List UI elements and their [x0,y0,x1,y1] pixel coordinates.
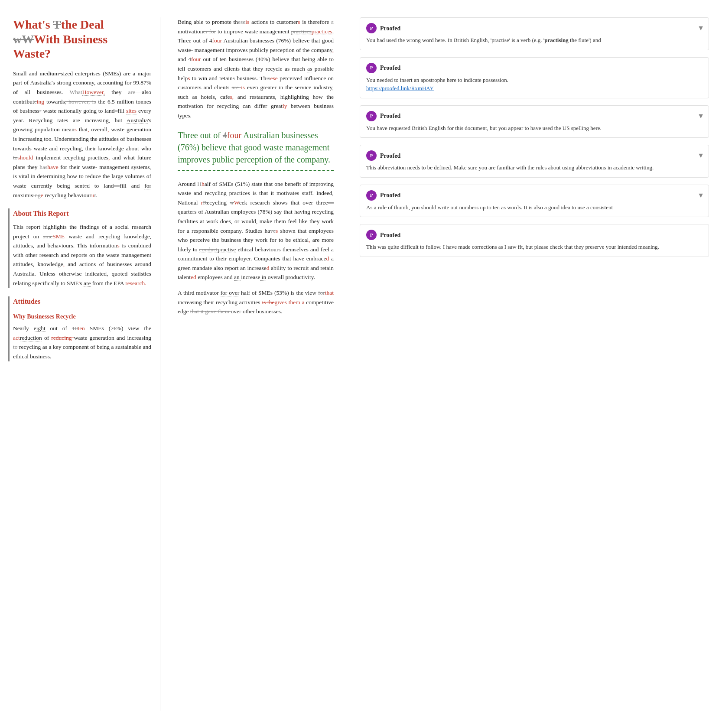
proof-body-4: This abbreviation needs to be defined. M… [366,163,702,172]
main-title: What's Tthe Deal wWWith Business Waste? [13,17,151,61]
proof-arrow-1[interactable]: ▼ [697,23,704,33]
proof-card-4-header: P Proofed [366,150,702,161]
mid-para-3: A third motivator for over half of SMEs … [178,288,334,316]
mid-para-1: Being able to promote theseis actions to… [178,17,334,120]
proof-title-5: Proofed [380,191,400,200]
proof-arrow-4[interactable]: ▼ [697,150,704,161]
pull-quote: Three out of 4four Australian businesses… [178,129,334,171]
about-section: About This Report This report highlights… [8,208,151,288]
page-container: What's Tthe Deal wWWith Business Waste? … [0,0,722,728]
about-heading: About This Report [13,208,151,219]
proof-card-6: P Proofed This was quite difficult to fo… [360,224,709,257]
proof-card-5-header: P Proofed [366,190,702,201]
proof-arrow-3[interactable]: ▼ [697,111,704,121]
proof-card-5: P Proofed As a rule of thumb, you should… [360,185,709,218]
proof-body-3: You have requested British English for t… [366,124,702,133]
proof-card-3-header: P Proofed [366,111,702,121]
proof-card-3: P Proofed You have requested British Eng… [360,105,709,138]
proof-body-2: You needed to insert an apostrophe here … [366,76,702,93]
proof-body-5: As a rule of thumb, you should write out… [366,203,702,212]
proof-link-2[interactable]: https://proofed.link/RxmHAY [366,85,434,91]
proof-avatar-5: P [366,190,377,201]
title-strikethrough-W: W [22,32,34,46]
proof-body-1: You had used the wrong word here. In Bri… [366,36,702,45]
attitudes-section: Attitudes Why Businesses Recycle Nearly … [8,296,151,361]
proof-arrow-5[interactable]: ▼ [697,190,704,201]
right-column: P Proofed You had used the wrong word he… [351,17,709,711]
proof-avatar-1: P [366,23,377,33]
why-businesses-heading: Why Businesses Recycle [13,312,151,321]
intro-paragraph: Small and medium-sized enterprises (SMEs… [13,69,151,200]
proof-avatar-3: P [366,111,377,121]
mid-para-2: Around Hhalf of SMEs (51%) state that on… [178,179,334,283]
proof-avatar-2: P [366,63,377,73]
proof-card-1: P Proofed You had used the wrong word he… [360,17,709,50]
proof-title-1: Proofed [380,24,400,33]
proof-card-2: P Proofed You needed to insert an apostr… [360,57,709,98]
why-paragraph: Nearly eight out of 10ten SMEs (76%) vie… [13,324,151,361]
proof-avatar-4: P [366,150,377,161]
proof-avatar-6: P [366,230,377,240]
proof-title-2: Proofed [380,63,400,72]
proof-body-6: This was quite difficult to follow. I ha… [366,243,702,251]
title-strikethrough-w: w [13,32,22,46]
proof-card-4: P Proofed This abbreviation needs to be … [360,145,709,178]
proof-title-3: Proofed [380,111,400,120]
attitudes-heading: Attitudes [13,296,151,307]
middle-column: Being able to promote theseis actions to… [169,17,342,711]
proof-title-4: Proofed [380,151,400,160]
proof-card-1-header: P Proofed [366,23,702,33]
title-strikethrough-T: T [53,18,61,31]
proof-card-6-header: P Proofed [366,230,702,240]
proof-title-6: Proofed [380,231,400,240]
left-column: What's Tthe Deal wWWith Business Waste? … [13,17,160,711]
about-paragraph: This report highlights the findings of a… [13,222,151,288]
proof-card-2-header: P Proofed [366,63,702,73]
